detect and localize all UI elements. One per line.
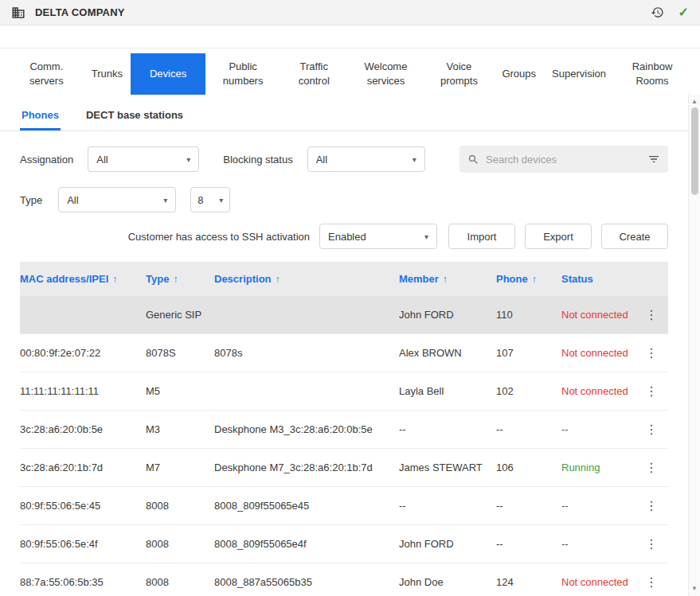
kebab-menu-icon[interactable]: ⋮ (642, 575, 661, 589)
cell-member: John Doe (399, 563, 496, 596)
kebab-menu-icon[interactable]: ⋮ (642, 308, 661, 321)
tab-bar: Comm. servers Trunks Devices Public numb… (0, 53, 700, 95)
cell-phone: 107 (496, 334, 561, 372)
history-icon[interactable] (651, 6, 664, 19)
tab-traffic-control[interactable]: Traffic control (280, 53, 347, 95)
tab-public-numbers[interactable]: Public numbers (205, 53, 280, 95)
kebab-menu-icon[interactable]: ⋮ (642, 461, 661, 474)
table-row[interactable]: 11:11:11:11:11:11 M5 Layla Bell 102 Not … (20, 372, 668, 411)
tab-trunks[interactable]: Trunks (84, 53, 131, 95)
sort-arrow-icon: ↑ (173, 274, 178, 285)
cell-type: 8008 (146, 525, 214, 563)
type-select[interactable]: All ▾ (58, 187, 176, 212)
type-value: All (67, 194, 78, 206)
kebab-menu-icon[interactable]: ⋮ (642, 537, 661, 551)
page-size-value: 8 (197, 194, 203, 206)
table-row[interactable]: 88:7a:55:06:5b:35 8008 8008_887a55065b35… (20, 563, 668, 596)
tab-groups[interactable]: Groups (494, 53, 544, 95)
sort-arrow-icon: ↑ (276, 274, 280, 285)
action-row: Customer has access to SSH activation En… (20, 224, 668, 249)
cell-actions: ⋮ (641, 334, 668, 372)
scroll-down-icon[interactable]: ▼ (691, 582, 698, 596)
cell-actions: ⋮ (641, 449, 668, 487)
cell-type: M7 (146, 449, 214, 487)
cell-phone: 124 (496, 563, 561, 596)
table-row[interactable]: 80:9f:55:06:5e:45 8008 8008_809f55065e45… (20, 487, 668, 525)
cell-status: Not connected (561, 372, 641, 411)
type-label: Type (20, 194, 42, 206)
tab-voice-prompts[interactable]: Voice prompts (424, 53, 494, 95)
kebab-menu-icon[interactable]: ⋮ (642, 499, 661, 512)
column-header-status[interactable]: Status (561, 262, 641, 296)
cell-phone: -- (496, 487, 561, 525)
assignation-value: All (96, 154, 108, 166)
cell-actions: ⋮ (641, 487, 668, 525)
page-size-select[interactable]: 8 ▾ (190, 187, 230, 212)
tab-rainbow-rooms[interactable]: Rainbow Rooms (614, 53, 690, 95)
column-header-description[interactable]: Description↑ (214, 262, 399, 296)
import-button[interactable]: Import (448, 224, 515, 249)
blocking-status-label: Blocking status (223, 154, 292, 166)
create-button[interactable]: Create (601, 224, 668, 249)
device-table-body: Generic SIP John FORD 110 Not connected … (20, 296, 668, 596)
tab-welcome-services[interactable]: Welcome services (347, 53, 424, 95)
cell-type: 8078S (146, 334, 214, 372)
cell-actions: ⋮ (641, 296, 668, 334)
ssh-access-label: Customer has access to SSH activation (128, 231, 310, 243)
cell-member: -- (399, 411, 496, 449)
filter-icon[interactable] (647, 153, 660, 166)
filter-row-1: Assignation All ▾ Blocking status All ▾ (20, 146, 668, 173)
tab-devices[interactable]: Devices (131, 53, 205, 95)
subtab-phones[interactable]: Phones (20, 106, 61, 130)
cell-status: Not connected (561, 334, 641, 372)
sort-arrow-icon: ↑ (532, 274, 537, 285)
search-icon (467, 154, 479, 166)
ssh-access-value: Enabled (328, 231, 366, 243)
company-name: DELTA COMPANY (35, 6, 125, 18)
table-row[interactable]: 3c:28:a6:20:0b:5e M3 Deskphone M3_3c:28:… (20, 411, 668, 449)
cell-description: 8008_809f55065e45 (214, 487, 399, 525)
cell-actions: ⋮ (641, 525, 668, 563)
cell-status: -- (561, 411, 641, 449)
blocking-status-select[interactable]: All ▾ (307, 146, 425, 172)
cell-phone: 102 (496, 372, 561, 411)
column-header-phone[interactable]: Phone↑ (496, 262, 561, 296)
filter-row-2: Type All ▾ 8 ▾ (20, 187, 668, 212)
tab-comm-servers[interactable]: Comm. servers (10, 53, 84, 95)
kebab-menu-icon[interactable]: ⋮ (642, 384, 661, 398)
column-header-member[interactable]: Member↑ (399, 262, 496, 296)
column-header-mac[interactable]: MAC address/IPEI↑ (20, 262, 146, 296)
devices-table: MAC address/IPEI↑ Type↑ Description↑ Mem… (20, 262, 668, 596)
table-row[interactable]: 00:80:9f:2e:07:22 8078S 8078s Alex BROWN… (20, 334, 668, 372)
cell-phone: 106 (496, 449, 561, 487)
scroll-up-icon[interactable]: ▲ (691, 94, 698, 107)
export-button[interactable]: Export (525, 224, 592, 249)
cell-mac: 3c:28:a6:20:1b:7d (20, 449, 146, 487)
cell-actions: ⋮ (641, 372, 668, 411)
tab-supervision[interactable]: Supervision (544, 53, 614, 95)
cell-type: M3 (146, 411, 214, 449)
scrollbar[interactable]: ▲ ▼ (688, 94, 700, 596)
cell-type: Generic SIP (146, 296, 214, 334)
kebab-menu-icon[interactable]: ⋮ (642, 423, 661, 436)
cell-mac (20, 296, 146, 334)
ssh-access-select[interactable]: Enabled ▾ (319, 224, 437, 249)
cell-description: 8008_887a55065b35 (214, 563, 399, 596)
cell-phone: 110 (496, 296, 561, 334)
table-row[interactable]: 80:9f:55:06:5e:4f 8008 8008_809f55065e4f… (20, 525, 668, 563)
table-row[interactable]: 3c:28:a6:20:1b:7d M7 Deskphone M7_3c:28:… (20, 449, 668, 487)
blocking-status-value: All (316, 154, 327, 166)
search-input[interactable] (486, 154, 641, 166)
cell-member: James STEWART (399, 449, 496, 487)
cell-status: -- (561, 525, 641, 563)
scrollbar-thumb[interactable] (691, 107, 698, 195)
column-header-type[interactable]: Type↑ (146, 262, 214, 296)
cell-mac: 00:80:9f:2e:07:22 (20, 334, 146, 372)
building-icon (11, 6, 25, 20)
cell-member: John FORD (399, 525, 496, 563)
table-row[interactable]: Generic SIP John FORD 110 Not connected … (20, 296, 668, 334)
cell-status: Running (561, 449, 641, 487)
subtab-dect-base-stations[interactable]: DECT base stations (84, 106, 185, 130)
assignation-select[interactable]: All ▾ (88, 146, 199, 172)
kebab-menu-icon[interactable]: ⋮ (642, 346, 661, 360)
